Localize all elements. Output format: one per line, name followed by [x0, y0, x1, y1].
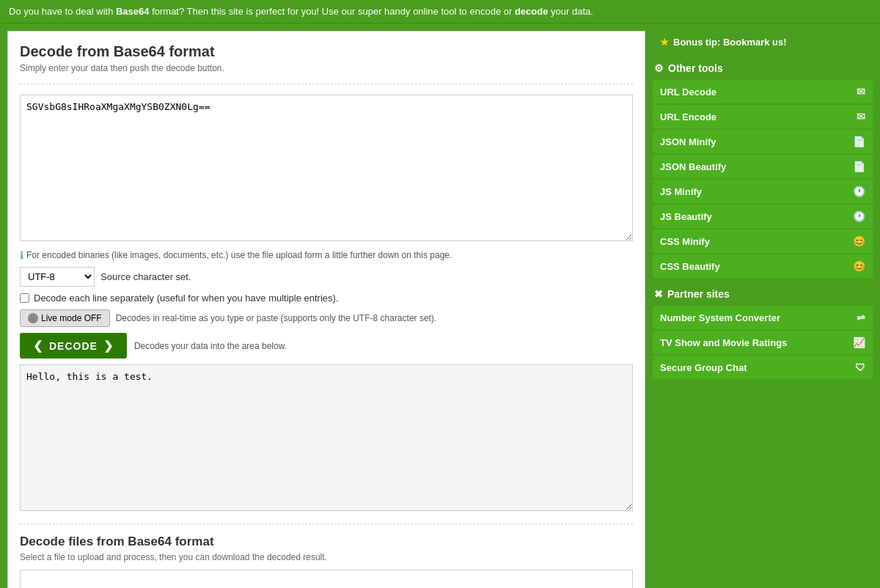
tool-label: URL Encode: [660, 111, 716, 122]
main-layout: Decode from Base64 format Simply enter y…: [0, 23, 880, 588]
toggle-circle-icon: [28, 313, 38, 323]
livemode-row: Live mode OFF Decodes in real-time as yo…: [20, 309, 633, 327]
tool-label: URL Decode: [660, 87, 716, 98]
tool-label: JSON Beautify: [660, 161, 726, 172]
tool-label: CSS Minify: [660, 236, 710, 247]
partner-section: ✖ Partner sites Number System Converter⇌…: [653, 284, 873, 379]
charset-label: Source character set.: [100, 271, 191, 282]
tool-label: JS Minify: [660, 186, 702, 197]
tool-icon: 📄: [853, 161, 865, 172]
sidebar-tool-item[interactable]: CSS Beautify😊: [653, 254, 873, 278]
decode-button[interactable]: ❮ DECODE ❯: [20, 333, 127, 359]
info-icon: ℹ: [20, 249, 23, 261]
partner-icon: 📈: [853, 337, 865, 348]
livemode-desc: Decodes in real-time as you type or past…: [116, 313, 437, 323]
content-area: Decode from Base64 format Simply enter y…: [7, 31, 645, 588]
partner-icon: 🛡: [855, 361, 865, 373]
tool-icon: 🕐: [853, 210, 865, 222]
sidebar-tool-item[interactable]: JSON Minify📄: [653, 130, 873, 153]
tool-label: JS Beautify: [660, 211, 712, 222]
info-message: ℹ For encoded binaries (like images, doc…: [20, 249, 633, 261]
tool-label: JSON Minify: [660, 136, 716, 147]
sidebar-tool-item[interactable]: JS Minify🕐: [653, 180, 873, 203]
charset-select[interactable]: UTF-8 ISO-8859-1 ASCII: [20, 267, 95, 287]
partner-label: TV Show and Movie Ratings: [660, 337, 787, 348]
tool-icon: ✉: [857, 111, 865, 122]
page-subtitle: Simply enter your data then push the dec…: [20, 63, 633, 73]
tool-icon: 😊: [853, 235, 865, 247]
top-banner: Do you have to deal with Base64 format? …: [0, 0, 880, 23]
bonus-tip: ★ Bonus tip: Bookmark us!: [653, 31, 873, 54]
tools-list: URL Decode✉URL Encode✉JSON Minify📄JSON B…: [653, 80, 873, 278]
sidebar-partner-item[interactable]: Secure Group Chat🛡: [653, 356, 873, 379]
sidebar-tool-item[interactable]: JS Beautify🕐: [653, 205, 873, 228]
right-arrow-icon: ❯: [103, 339, 114, 353]
sidebar-tool-item[interactable]: URL Encode✉: [653, 105, 873, 128]
page-title: Decode from Base64 format: [20, 43, 633, 60]
base64-input[interactable]: SGVsbG8sIHRoaXMgaXMgYSB0ZXN0Lg==: [20, 95, 633, 241]
tool-icon: 🕐: [853, 185, 865, 197]
gear-icon: ⚙: [654, 62, 664, 74]
left-arrow-icon: ❮: [33, 339, 43, 353]
other-tools-title: ⚙ Other tools: [653, 58, 873, 78]
sidebar-partner-item[interactable]: Number System Converter⇌: [653, 306, 873, 329]
checkbox-row: Decode each line separately (useful for …: [20, 293, 633, 304]
tool-icon: ✉: [857, 86, 865, 98]
sidebar-tool-item[interactable]: CSS Minify😊: [653, 229, 873, 253]
partners-list: Number System Converter⇌TV Show and Movi…: [653, 306, 873, 379]
partner-icon: ⇌: [857, 312, 865, 323]
banner-text: Do you have to deal with Base64 format? …: [9, 6, 593, 17]
livemode-button[interactable]: Live mode OFF: [20, 309, 110, 327]
checkbox-label: Decode each line separately (useful for …: [34, 293, 339, 304]
tool-icon: 😊: [853, 260, 865, 272]
partner-icon: ✖: [654, 288, 663, 300]
files-section-subtitle: Select a file to upload and process, the…: [20, 552, 633, 562]
tool-label: CSS Beautify: [660, 261, 720, 272]
multiline-checkbox[interactable]: [20, 293, 29, 303]
partner-label: Secure Group Chat: [660, 362, 747, 373]
partner-title: ✖ Partner sites: [653, 284, 873, 304]
file-upload-area[interactable]: [20, 570, 633, 588]
decode-desc: Decodes your data into the area below.: [134, 341, 287, 351]
decode-output[interactable]: Hello, this is a test.: [20, 364, 633, 511]
sidebar: ★ Bonus tip: Bookmark us! ⚙ Other tools …: [653, 31, 873, 381]
files-section-title: Decode files from Base64 format: [20, 534, 633, 549]
sidebar-tool-item[interactable]: URL Decode✉: [653, 80, 873, 103]
charset-row: UTF-8 ISO-8859-1 ASCII Source character …: [20, 267, 633, 287]
sidebar-partner-item[interactable]: TV Show and Movie Ratings📈: [653, 331, 873, 354]
partner-label: Number System Converter: [660, 312, 780, 323]
star-icon: ★: [660, 37, 669, 48]
sidebar-tool-item[interactable]: JSON Beautify📄: [653, 155, 873, 178]
decode-btn-row: ❮ DECODE ❯ Decodes your data into the ar…: [20, 333, 633, 359]
tool-icon: 📄: [853, 136, 865, 147]
